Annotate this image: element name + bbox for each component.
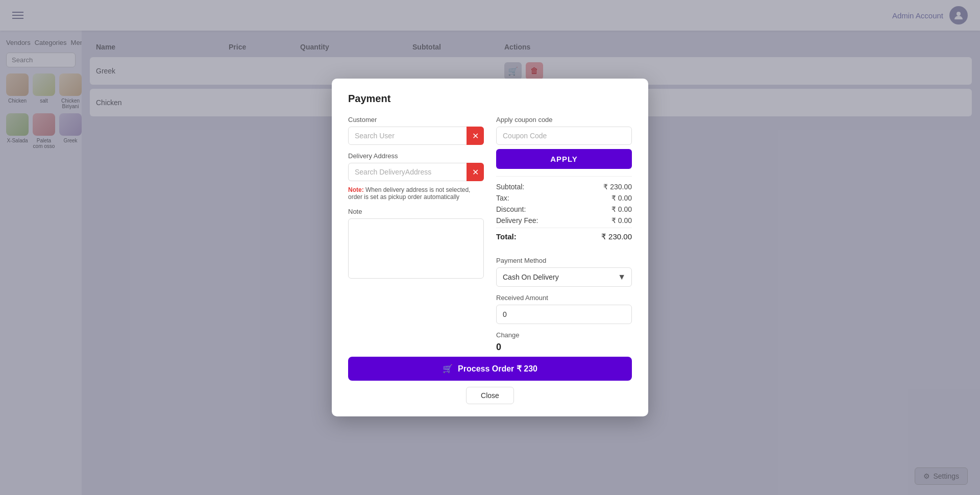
total-value: ₹ 230.00 <box>601 232 632 241</box>
coupon-group: Apply coupon code APPLY <box>496 116 632 169</box>
apply-coupon-button[interactable]: APPLY <box>496 149 632 169</box>
discount-label: Discount: <box>496 205 526 213</box>
customer-clear-button[interactable]: ✕ <box>467 127 484 145</box>
note-group: Note <box>348 208 484 279</box>
customer-input-wrapper: ✕ <box>348 127 484 145</box>
change-value: 0 <box>496 342 632 353</box>
modal-left-col: Customer ✕ Delivery Address ✕ Note: <box>348 116 484 353</box>
total-label: Total: <box>496 232 517 241</box>
change-group: Change 0 <box>496 331 632 353</box>
note-text: When delivery address is not selected, o… <box>348 186 470 201</box>
subtotal-value: ₹ 230.00 <box>603 183 632 191</box>
note-textarea[interactable] <box>348 218 484 279</box>
delivery-fee-label: Delivery Fee: <box>496 216 538 225</box>
process-order-button[interactable]: 🛒 Process Order ₹ 230 <box>348 357 632 381</box>
payment-modal: Payment Customer ✕ Delivery Address <box>332 79 648 416</box>
delivery-search-input[interactable] <box>348 163 484 181</box>
note-bold: Note: <box>348 186 364 193</box>
received-amount-group: Received Amount <box>496 294 632 324</box>
summary-discount-row: Discount: ₹ 0.00 <box>496 205 632 213</box>
delivery-note: Note: When delivery address is not selec… <box>348 186 484 201</box>
modal-overlay: Payment Customer ✕ Delivery Address <box>0 0 980 495</box>
customer-label: Customer <box>348 116 484 123</box>
payment-method-label: Payment Method <box>496 257 632 264</box>
change-label: Change <box>496 331 632 339</box>
customer-group: Customer ✕ <box>348 116 484 145</box>
modal-right-col: Apply coupon code APPLY Subtotal: ₹ 230.… <box>496 116 632 353</box>
delivery-input-wrapper: ✕ <box>348 163 484 181</box>
summary-delivery-row: Delivery Fee: ₹ 0.00 <box>496 216 632 225</box>
received-amount-input[interactable] <box>496 305 632 324</box>
payment-method-select[interactable]: Cash On Delivery Online Payment <box>496 267 632 287</box>
payment-method-wrapper: Cash On Delivery Online Payment ▼ <box>496 267 632 287</box>
delivery-group: Delivery Address ✕ Note: When delivery a… <box>348 152 484 201</box>
delivery-clear-button[interactable]: ✕ <box>467 163 484 181</box>
summary-total-row: Total: ₹ 230.00 <box>496 228 632 241</box>
discount-value: ₹ 0.00 <box>611 205 632 213</box>
coupon-input[interactable] <box>496 127 632 145</box>
delivery-label: Delivery Address <box>348 152 484 160</box>
payment-method-group: Payment Method Cash On Delivery Online P… <box>496 257 632 287</box>
delivery-fee-value: ₹ 0.00 <box>611 216 632 225</box>
tax-label: Tax: <box>496 194 509 202</box>
note-label: Note <box>348 208 484 215</box>
close-button[interactable]: Close <box>466 387 514 404</box>
cart-icon: 🛒 <box>443 364 453 374</box>
order-summary: Subtotal: ₹ 230.00 Tax: ₹ 0.00 Discount:… <box>496 176 632 244</box>
tax-value: ₹ 0.00 <box>611 194 632 202</box>
subtotal-label: Subtotal: <box>496 183 524 191</box>
modal-content: Customer ✕ Delivery Address ✕ Note: <box>348 116 632 353</box>
summary-subtotal-row: Subtotal: ₹ 230.00 <box>496 183 632 191</box>
coupon-label: Apply coupon code <box>496 116 632 123</box>
summary-tax-row: Tax: ₹ 0.00 <box>496 194 632 202</box>
customer-search-input[interactable] <box>348 127 484 145</box>
modal-title: Payment <box>348 93 632 105</box>
process-order-label: Process Order ₹ 230 <box>458 364 537 374</box>
received-amount-label: Received Amount <box>496 294 632 302</box>
